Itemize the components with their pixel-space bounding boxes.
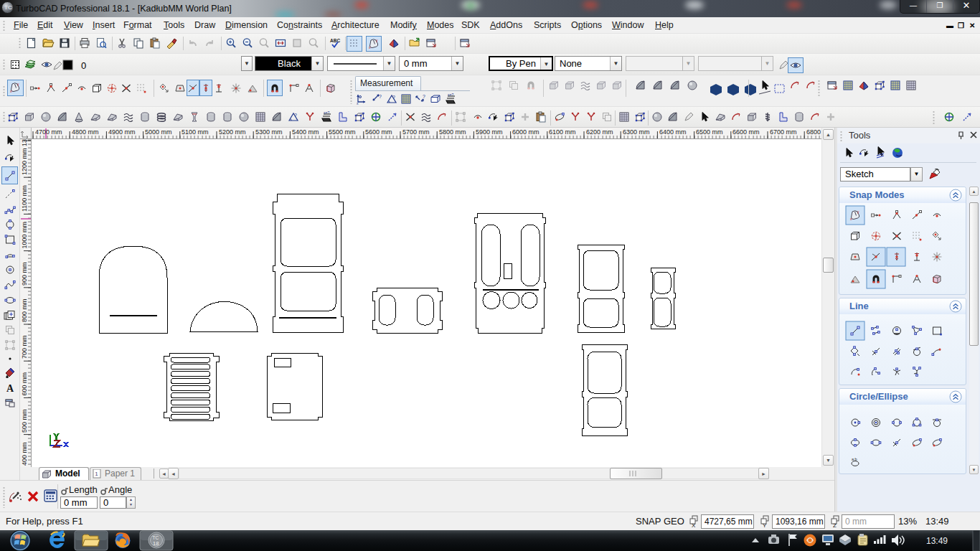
svg-text:400 mm: 400 mm (21, 442, 28, 466)
svg-text:6500 mm: 6500 mm (696, 128, 723, 136)
svg-text:TC: TC (153, 535, 159, 540)
svg-text:1000 mm: 1000 mm (21, 222, 28, 249)
svg-text:6700 mm: 6700 mm (770, 128, 797, 136)
svg-text:800 mm: 800 mm (21, 298, 28, 322)
svg-text:4900 mm: 4900 mm (108, 128, 136, 136)
svg-text:1100 mm: 1100 mm (21, 185, 28, 212)
svg-text:4700 mm: 4700 mm (35, 128, 62, 136)
svg-text:900 mm: 900 mm (21, 262, 28, 286)
svg-text:Z: Z (833, 522, 837, 528)
svg-text:5000 mm: 5000 mm (145, 128, 172, 136)
svg-text:5500 mm: 5500 mm (329, 128, 356, 136)
svg-text:600 mm: 600 mm (21, 372, 28, 396)
svg-text:1200 mm: 1200 mm (21, 148, 28, 175)
svg-text:13: 13 (21, 139, 28, 146)
svg-text:5700 mm: 5700 mm (402, 128, 430, 136)
svg-text:Y: Y (763, 522, 767, 528)
svg-text:6600 mm: 6600 mm (732, 128, 760, 136)
svg-text:6200 mm: 6200 mm (586, 128, 613, 136)
svg-text:5400 mm: 5400 mm (292, 128, 319, 136)
svg-text:6100 mm: 6100 mm (549, 128, 576, 136)
svg-text:6800 mm: 6800 mm (806, 128, 821, 136)
svg-text:13:49: 13:49 (926, 536, 948, 546)
svg-text:1: 1 (95, 471, 98, 477)
svg-text:5900 mm: 5900 mm (476, 128, 503, 136)
svg-text:6400 mm: 6400 mm (659, 128, 687, 136)
svg-text:5200 mm: 5200 mm (219, 128, 246, 136)
svg-text:5300 mm: 5300 mm (255, 128, 283, 136)
svg-text:6000 mm: 6000 mm (512, 128, 540, 136)
svg-text:5600 mm: 5600 mm (365, 128, 392, 136)
svg-text:500 mm: 500 mm (21, 409, 28, 433)
svg-text:5800 mm: 5800 mm (439, 128, 466, 136)
svg-text:6300 mm: 6300 mm (623, 128, 650, 136)
svg-text:X: X (692, 522, 696, 528)
svg-text:700 mm: 700 mm (21, 335, 28, 359)
svg-text:18: 18 (153, 540, 159, 547)
svg-text:4800 mm: 4800 mm (72, 128, 99, 136)
svg-text:5100 mm: 5100 mm (182, 128, 209, 136)
